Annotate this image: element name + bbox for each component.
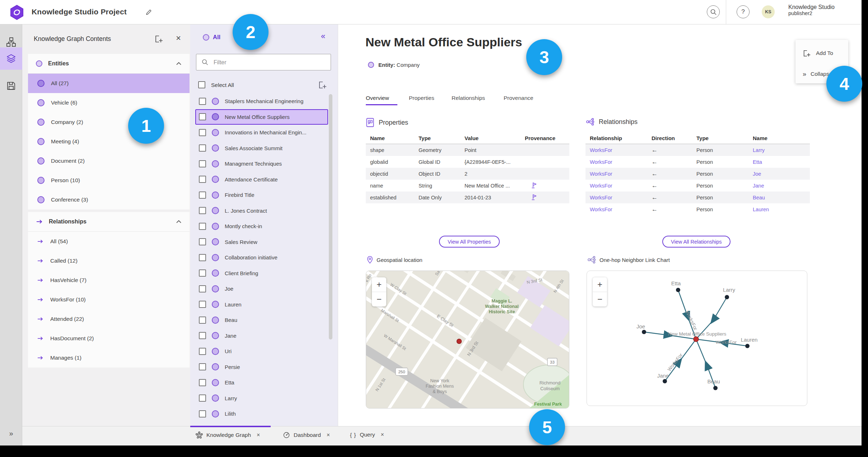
relationship-type-item[interactable]: WorksFor (10) bbox=[28, 290, 190, 309]
rail-item-save[interactable] bbox=[0, 75, 22, 97]
provenance-cell[interactable] bbox=[521, 194, 569, 202]
item-checkbox[interactable] bbox=[199, 363, 206, 370]
entity-list-item[interactable]: Etta bbox=[195, 375, 328, 391]
item-checkbox[interactable] bbox=[199, 285, 206, 292]
entity-list-item[interactable]: Lilith bbox=[195, 406, 328, 422]
relationship-type-item[interactable]: HasDocument (2) bbox=[28, 329, 190, 348]
item-checkbox[interactable] bbox=[199, 254, 206, 261]
tab-dashboard[interactable]: Dashboard × bbox=[283, 431, 330, 439]
rail-expand-button[interactable]: » bbox=[0, 426, 22, 440]
edit-pencil-icon[interactable] bbox=[145, 9, 152, 16]
entity-list-item[interactable]: Lauren bbox=[195, 297, 328, 313]
item-checkbox[interactable] bbox=[199, 176, 206, 183]
account-info[interactable]: Knowledge Studio publisher2 bbox=[788, 4, 835, 17]
select-all-checkbox[interactable] bbox=[198, 81, 205, 88]
graph-node-lauren[interactable] bbox=[745, 344, 750, 348]
item-checkbox[interactable] bbox=[199, 223, 206, 230]
entity-list-item[interactable]: Attendance Certificate bbox=[195, 172, 328, 188]
item-checkbox[interactable] bbox=[199, 332, 206, 339]
relationship-type-item[interactable]: Called (12) bbox=[28, 251, 190, 271]
entity-list-item[interactable]: Uri bbox=[195, 343, 328, 359]
item-checkbox[interactable] bbox=[199, 144, 206, 152]
add-new-icon[interactable] bbox=[154, 34, 163, 43]
item-checkbox[interactable] bbox=[199, 113, 206, 120]
entity-list-item[interactable]: Collaboration initiative bbox=[195, 250, 328, 266]
item-checkbox[interactable] bbox=[199, 301, 206, 308]
relationship-type-item[interactable]: HasVehicle (7) bbox=[28, 271, 190, 290]
related-entity-link[interactable]: Etta bbox=[748, 159, 810, 165]
entity-list-item[interactable]: Jane bbox=[195, 328, 328, 344]
item-checkbox[interactable] bbox=[199, 98, 206, 105]
item-checkbox[interactable] bbox=[199, 410, 206, 417]
entity-list-item[interactable]: New Metal Office Suppliers bbox=[195, 109, 328, 125]
tab-overview[interactable]: Overview bbox=[366, 95, 389, 101]
item-checkbox[interactable] bbox=[199, 269, 206, 277]
entity-list-item[interactable]: Managment Techniques bbox=[195, 156, 328, 172]
view-all-properties-button[interactable]: View All Properties bbox=[439, 236, 500, 248]
entity-type-item[interactable]: Person (10) bbox=[28, 171, 190, 190]
graph-node-joe[interactable] bbox=[642, 330, 646, 334]
entity-list-item[interactable]: Larry bbox=[195, 391, 328, 406]
related-entity-link[interactable]: Lauren bbox=[748, 207, 810, 212]
relationships-section-header[interactable]: Relationships bbox=[28, 212, 190, 232]
item-checkbox[interactable] bbox=[199, 129, 206, 136]
relationship-type-item[interactable]: Attended (22) bbox=[28, 309, 190, 329]
item-checkbox[interactable] bbox=[199, 317, 206, 324]
provenance-cell[interactable] bbox=[521, 182, 569, 190]
zoom-in-button[interactable]: + bbox=[593, 277, 607, 292]
entity-list-item[interactable]: Firebird Title bbox=[195, 187, 328, 203]
entity-list-item[interactable]: Persie bbox=[195, 359, 328, 375]
tab-provenance[interactable]: Provenance bbox=[504, 95, 533, 101]
tab-relationships[interactable]: Relationships bbox=[452, 95, 485, 101]
entity-type-item[interactable]: Document (2) bbox=[28, 151, 190, 171]
entity-type-item[interactable]: Company (2) bbox=[28, 112, 190, 132]
graph-node-etta[interactable] bbox=[676, 288, 680, 292]
item-checkbox[interactable] bbox=[199, 238, 206, 245]
relationship-link[interactable]: WorksFor bbox=[585, 207, 647, 212]
help-button[interactable]: ? bbox=[737, 5, 750, 18]
graph-node-jane[interactable] bbox=[663, 379, 667, 383]
zoom-in-button[interactable]: + bbox=[372, 277, 386, 292]
filter-input[interactable] bbox=[213, 54, 326, 71]
entity-type-item[interactable]: All (27) bbox=[28, 74, 190, 93]
entity-location-marker[interactable] bbox=[457, 339, 462, 344]
entity-list-item[interactable]: Beau bbox=[195, 312, 328, 328]
relationship-link[interactable]: WorksFor bbox=[585, 147, 647, 153]
entity-list-item[interactable]: Sales Associate Summit bbox=[195, 140, 328, 156]
item-checkbox[interactable] bbox=[199, 348, 206, 355]
add-to-new-icon[interactable] bbox=[318, 80, 327, 89]
scrollbar-thumb[interactable] bbox=[329, 94, 332, 340]
item-checkbox[interactable] bbox=[199, 394, 206, 402]
view-all-relationships-button[interactable]: View All Relationships bbox=[662, 236, 731, 248]
entity-list-item[interactable]: L. Jones Contract bbox=[195, 203, 328, 219]
entity-type-item[interactable]: Vehicle (6) bbox=[28, 93, 190, 112]
close-tab-icon[interactable]: × bbox=[257, 432, 260, 438]
tab-properties[interactable]: Properties bbox=[409, 95, 434, 101]
close-tab-icon[interactable]: × bbox=[327, 432, 330, 438]
relationship-link[interactable]: WorksFor bbox=[585, 195, 647, 200]
link-chart-widget[interactable]: Etta Larry Joe Lauren Jane Beau WorksFor… bbox=[587, 271, 807, 406]
tab-knowledge-graph[interactable]: Knowledge Graph × bbox=[196, 431, 260, 439]
relationship-link[interactable]: WorksFor bbox=[585, 183, 647, 189]
item-checkbox[interactable] bbox=[199, 207, 206, 214]
menu-item-add-to[interactable]: Add To bbox=[795, 44, 848, 62]
relationship-link[interactable]: WorksFor bbox=[585, 159, 647, 165]
search-button[interactable] bbox=[707, 5, 720, 18]
zoom-out-button[interactable]: − bbox=[593, 292, 607, 306]
entity-type-item[interactable]: Meeting (4) bbox=[28, 132, 190, 151]
avatar[interactable]: KS bbox=[762, 5, 775, 18]
zoom-out-button[interactable]: − bbox=[372, 292, 386, 306]
tab-query[interactable]: { } Query × bbox=[350, 431, 384, 438]
graph-node-center[interactable] bbox=[694, 337, 699, 342]
relationship-link[interactable]: WorksFor bbox=[585, 171, 647, 177]
entity-list-item[interactable]: Client Briefing bbox=[195, 266, 328, 281]
related-entity-link[interactable]: Beau bbox=[748, 195, 810, 200]
item-checkbox[interactable] bbox=[199, 160, 206, 167]
relationship-type-item[interactable]: Manages (1) bbox=[28, 348, 190, 368]
entity-list-item[interactable]: Montly check-in bbox=[195, 218, 328, 234]
entity-list-item[interactable]: Sales Review bbox=[195, 234, 328, 250]
entity-list-item[interactable]: Staplers Mechanical Engineering bbox=[195, 93, 328, 109]
related-entity-link[interactable]: Jane bbox=[748, 183, 810, 189]
entity-list-item[interactable]: Joe bbox=[195, 281, 328, 297]
graph-node-beau[interactable] bbox=[713, 386, 718, 390]
